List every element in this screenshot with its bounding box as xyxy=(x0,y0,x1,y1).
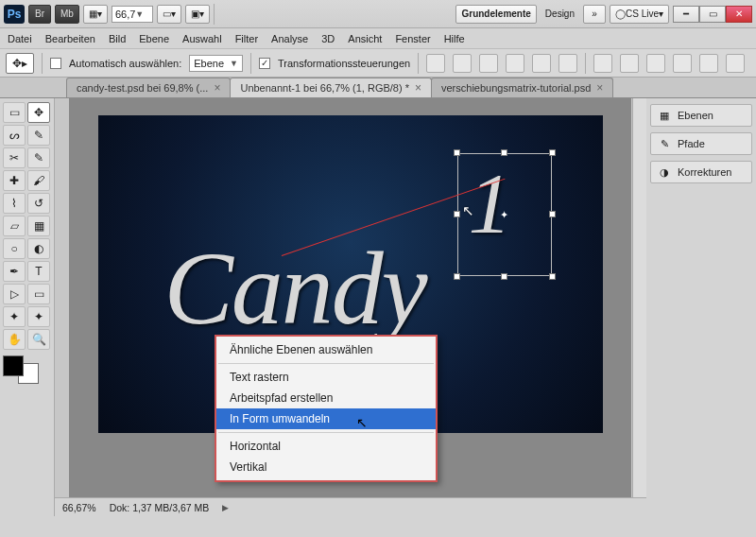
distribute-btn[interactable] xyxy=(620,54,639,73)
minimize-button[interactable]: ━ xyxy=(673,6,699,23)
shape-tool[interactable]: ▭ xyxy=(27,284,50,304)
workspace-design[interactable]: Design xyxy=(541,5,579,24)
transform-controls-label: Transformationssteuerungen xyxy=(278,58,410,69)
handle-tr[interactable] xyxy=(549,149,556,156)
separator xyxy=(214,4,215,25)
handle-br[interactable] xyxy=(549,273,556,280)
menu-analyse[interactable]: Analyse xyxy=(271,33,308,44)
move-tool-indicator[interactable]: ✥▸ xyxy=(6,53,34,74)
doc-tab[interactable]: Unbenannt-1 bei 66,7% (1, RGB/8) *× xyxy=(230,78,432,97)
handle-ml[interactable] xyxy=(454,211,460,217)
canvas-viewport[interactable]: Candy 1 ✦ ↖ Ähnlich xyxy=(55,98,646,516)
auto-select-checkbox[interactable] xyxy=(50,58,61,69)
quickselect-tool[interactable]: ✎ xyxy=(27,125,50,146)
lasso-tool[interactable]: ᔕ xyxy=(3,125,26,146)
menu-fenster[interactable]: Fenster xyxy=(395,33,430,44)
minibridge-button[interactable]: Mb xyxy=(55,5,79,24)
handle-mr[interactable] xyxy=(549,211,556,217)
brush-tool[interactable]: 🖌 xyxy=(27,170,50,191)
menu-hilfe[interactable]: Hilfe xyxy=(444,33,465,44)
panel-ebenen[interactable]: ▦Ebenen xyxy=(650,104,752,127)
align-btn[interactable] xyxy=(558,54,577,73)
distribute-btn[interactable] xyxy=(646,54,665,73)
handle-bm[interactable] xyxy=(501,273,507,280)
type-tool[interactable]: T xyxy=(27,261,50,282)
foreground-swatch[interactable] xyxy=(3,355,24,376)
handle-tl[interactable] xyxy=(454,149,460,156)
maximize-button[interactable]: ▭ xyxy=(699,6,726,23)
ctx-convert-to-shape[interactable]: In Form umwandeln xyxy=(216,408,436,429)
ctx-vertical[interactable]: Vertikal xyxy=(216,457,436,477)
gradient-tool[interactable]: ▦ xyxy=(27,216,50,236)
stamp-tool[interactable]: ⌇ xyxy=(3,193,26,214)
status-zoom[interactable]: 66,67% xyxy=(62,502,96,513)
distribute-btn[interactable] xyxy=(593,54,612,73)
doc-tab[interactable]: verschiebungsmatrix-tutorial.psd× xyxy=(431,78,613,97)
align-btn[interactable] xyxy=(532,54,551,73)
auto-select-label: Automatisch auswählen: xyxy=(69,58,181,69)
marquee-tool[interactable]: ▭ xyxy=(3,102,26,123)
separator xyxy=(42,53,43,74)
menu-ansicht[interactable]: Ansicht xyxy=(348,33,382,44)
crop-tool[interactable]: ✂ xyxy=(3,147,26,168)
distribute-btn[interactable] xyxy=(726,54,745,73)
align-btn[interactable] xyxy=(479,54,498,73)
ctx-horizontal[interactable]: Horizontal xyxy=(216,436,436,457)
vertical-scrollbar[interactable] xyxy=(632,98,646,497)
panel-pfade[interactable]: ✎Pfade xyxy=(650,132,752,155)
align-btn[interactable] xyxy=(453,54,472,73)
pen-tool[interactable]: ✒ xyxy=(3,261,26,282)
status-docinfo[interactable]: Dok: 1,37 MB/3,67 MB xyxy=(110,502,210,513)
bridge-button[interactable]: Br xyxy=(28,5,51,24)
eraser-tool[interactable]: ▱ xyxy=(3,216,26,236)
ctx-similar-layers[interactable]: Ähnliche Ebenen auswählen xyxy=(216,339,436,360)
text-candy[interactable]: Candy xyxy=(164,229,426,349)
viewmode-button[interactable]: ▦▾ xyxy=(83,5,108,24)
distribute-btn[interactable] xyxy=(673,54,692,73)
healing-tool[interactable]: ✚ xyxy=(3,170,26,191)
hand-tool[interactable]: ✋ xyxy=(3,329,26,350)
cslive-button[interactable]: ◯ CS Live ▾ xyxy=(610,5,669,24)
ctx-rasterize-text[interactable]: Text rastern xyxy=(216,367,436,388)
close-icon[interactable]: × xyxy=(415,81,421,95)
color-swatches[interactable] xyxy=(3,355,39,384)
arrange-button[interactable]: ▭▾ xyxy=(157,5,181,24)
close-icon[interactable]: × xyxy=(214,81,220,95)
dodge-tool[interactable]: ◐ xyxy=(27,238,50,259)
menu-3d[interactable]: 3D xyxy=(321,33,335,44)
blur-tool[interactable]: ○ xyxy=(3,238,26,259)
handle-tm[interactable] xyxy=(501,149,507,156)
handle-bl[interactable] xyxy=(454,273,460,280)
transform-controls-checkbox[interactable] xyxy=(259,58,270,69)
path-select-tool[interactable]: ▷ xyxy=(3,284,26,304)
transform-center[interactable]: ✦ xyxy=(500,210,509,219)
doc-tab[interactable]: candy-test.psd bei 69,8% (...× xyxy=(66,78,231,97)
menu-bearbeiten[interactable]: Bearbeiten xyxy=(45,33,95,44)
menu-ebene[interactable]: Ebene xyxy=(139,33,169,44)
workspace-more[interactable]: » xyxy=(583,5,606,24)
menu-auswahl[interactable]: Auswahl xyxy=(182,33,222,44)
screenmode-button[interactable]: ▣▾ xyxy=(185,5,210,24)
history-brush-tool[interactable]: ↺ xyxy=(27,193,50,214)
zoom-field[interactable]: 66,7▼ xyxy=(112,6,153,23)
close-icon[interactable]: × xyxy=(596,81,603,95)
close-button[interactable]: ✕ xyxy=(726,6,752,23)
align-btn[interactable] xyxy=(506,54,524,73)
menu-datei[interactable]: Datei xyxy=(8,33,32,44)
zoom-tool[interactable]: 🔍 xyxy=(27,329,50,350)
chevron-right-icon[interactable]: ▶ xyxy=(222,503,229,512)
layers-icon: ▦ xyxy=(657,108,672,123)
3d-tool[interactable]: ✦ xyxy=(3,306,26,327)
panel-korrekturen[interactable]: ◑Korrekturen xyxy=(650,161,752,183)
menu-filter[interactable]: Filter xyxy=(235,33,258,44)
move-tool[interactable]: ✥ xyxy=(27,102,50,123)
3d-camera-tool[interactable]: ✦ xyxy=(27,306,50,327)
align-btn[interactable] xyxy=(426,54,445,73)
distribute-btn[interactable] xyxy=(699,54,718,73)
separator xyxy=(250,53,251,74)
menu-bild[interactable]: Bild xyxy=(109,33,126,44)
eyedropper-tool[interactable]: ✎ xyxy=(27,147,50,168)
ctx-create-workpath[interactable]: Arbeitspfad erstellen xyxy=(216,388,436,408)
workspace-grundelemente[interactable]: Grundelemente xyxy=(455,5,536,24)
auto-select-dropdown[interactable]: Ebene▼ xyxy=(189,55,243,72)
